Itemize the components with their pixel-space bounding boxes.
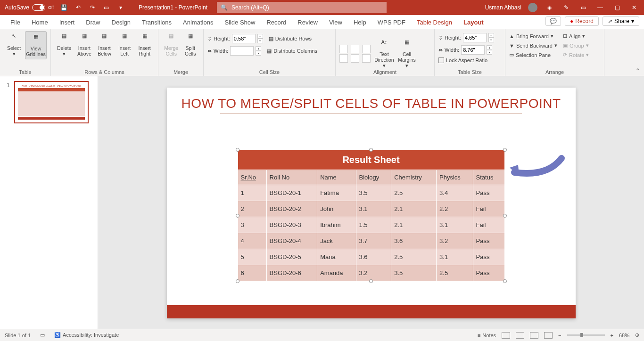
table-cell[interactable]: 3.2 bbox=[437, 233, 473, 249]
table-cell[interactable]: 3.4 bbox=[437, 185, 473, 201]
align-bottom-button[interactable] bbox=[362, 54, 371, 63]
minimize-icon[interactable]: — bbox=[595, 2, 605, 13]
table-header[interactable]: Status bbox=[473, 170, 504, 185]
cell-height-spinner[interactable]: ▴▾ bbox=[257, 34, 263, 43]
table-title[interactable]: Result Sheet bbox=[238, 150, 504, 170]
table-cell[interactable]: 3.7 bbox=[356, 233, 391, 249]
table-row[interactable]: 1BSGD-20-1Fatima3.52.53.4Pass bbox=[238, 185, 504, 201]
table-cell[interactable]: BSGD-20-1 bbox=[266, 185, 317, 201]
table-cell[interactable]: Maria bbox=[317, 249, 356, 265]
align-button[interactable]: ⊞Align▾ bbox=[563, 33, 589, 39]
table-cell[interactable]: 2.5 bbox=[437, 265, 473, 281]
table-cell[interactable]: BSGD-20-6 bbox=[266, 265, 317, 281]
user-name[interactable]: Usman Abbasi bbox=[485, 4, 521, 11]
table-height-input[interactable] bbox=[463, 33, 487, 42]
table-cell[interactable]: Pass bbox=[473, 265, 504, 281]
table-cell[interactable]: 2.2 bbox=[437, 201, 473, 217]
collapse-ribbon-icon[interactable]: ⌃ bbox=[636, 67, 640, 74]
table-height-spinner[interactable]: ▴▾ bbox=[488, 33, 494, 42]
zoom-slider[interactable] bbox=[567, 334, 605, 336]
zoom-out-button[interactable]: − bbox=[558, 333, 561, 338]
table-selection[interactable]: Result Sheet Sr.NoRoll NoNameBiologyChem… bbox=[238, 150, 505, 281]
normal-view-button[interactable] bbox=[502, 332, 510, 339]
table-cell[interactable]: 5 bbox=[238, 249, 266, 265]
result-table[interactable]: Result Sheet Sr.NoRoll NoNameBiologyChem… bbox=[238, 150, 505, 281]
align-right-button[interactable] bbox=[362, 45, 371, 53]
table-cell[interactable]: 6 bbox=[238, 265, 266, 281]
tab-animations[interactable]: Animations bbox=[177, 16, 219, 29]
table-cell[interactable]: 3.1 bbox=[356, 201, 391, 217]
slide-thumbnail-1[interactable]: 1 HOW TO MERGE/SPLIT CELLS OF TABLE IN P… bbox=[14, 81, 89, 123]
cell-margins-button[interactable]: ▦Cell Margins▾ bbox=[396, 37, 418, 70]
comments-icon[interactable]: 💬 bbox=[545, 16, 561, 26]
table-row[interactable]: 2BSGD-20-2John3.12.12.2Fail bbox=[238, 201, 504, 217]
table-cell[interactable]: 3 bbox=[238, 217, 266, 233]
reading-view-button[interactable] bbox=[530, 332, 538, 339]
insert-right-button[interactable]: ▦Insert Right bbox=[135, 31, 154, 58]
tab-draw[interactable]: Draw bbox=[80, 16, 106, 29]
insert-below-button[interactable]: ▦Insert Below bbox=[95, 31, 114, 58]
lock-aspect-checkbox[interactable] bbox=[438, 57, 444, 63]
wand-icon[interactable]: ✎ bbox=[561, 2, 571, 13]
table-cell[interactable]: Fail bbox=[473, 201, 504, 217]
table-cell[interactable]: 3.5 bbox=[356, 185, 391, 201]
zoom-level[interactable]: 68% bbox=[619, 333, 629, 338]
redo-icon[interactable]: ↷ bbox=[89, 4, 96, 11]
table-cell[interactable]: BSGD-20-2 bbox=[266, 201, 317, 217]
table-cell[interactable]: Pass bbox=[473, 185, 504, 201]
tab-file[interactable]: File bbox=[5, 16, 26, 29]
distribute-columns-button[interactable]: Distribute Columns bbox=[273, 48, 317, 54]
table-cell[interactable]: BSGD-20-4 bbox=[266, 233, 317, 249]
table-cell[interactable]: Pass bbox=[473, 249, 504, 265]
cell-width-spinner[interactable]: ▴▾ bbox=[256, 46, 261, 56]
zoom-in-button[interactable]: + bbox=[611, 333, 613, 338]
table-header[interactable]: Physics bbox=[437, 170, 473, 185]
tab-view[interactable]: View bbox=[323, 16, 348, 29]
table-width-input[interactable] bbox=[461, 45, 485, 55]
align-middle-button[interactable] bbox=[351, 54, 359, 63]
table-cell[interactable]: 3.6 bbox=[391, 233, 437, 249]
table-row[interactable]: 6BSGD-20-6Amanda3.23.52.5Pass bbox=[238, 265, 504, 281]
sorter-view-button[interactable] bbox=[516, 332, 524, 339]
table-cell[interactable]: John bbox=[317, 201, 356, 217]
table-cell[interactable]: Ibrahim bbox=[317, 217, 356, 233]
share-button[interactable]: ↗Share▾ bbox=[603, 16, 639, 26]
tab-insert[interactable]: Insert bbox=[54, 16, 81, 29]
split-cells-button[interactable]: ▦Split Cells bbox=[182, 31, 200, 58]
diamond-icon[interactable]: ◈ bbox=[544, 2, 554, 13]
table-header[interactable]: Sr.No bbox=[238, 170, 266, 185]
table-cell[interactable]: 3.5 bbox=[391, 265, 437, 281]
table-cell[interactable]: Amanda bbox=[317, 265, 356, 281]
tab-wpspdf[interactable]: WPS PDF bbox=[372, 16, 411, 29]
table-cell[interactable]: 1 bbox=[238, 185, 266, 201]
bring-forward-button[interactable]: ▲Bring Forward▾ bbox=[509, 33, 557, 39]
table-row[interactable]: 5BSGD-20-5Maria3.62.53.1Pass bbox=[238, 249, 504, 265]
selection-pane-button[interactable]: ▭Selection Pane bbox=[509, 52, 557, 58]
table-cell[interactable]: Fail bbox=[473, 217, 504, 233]
table-cell[interactable]: 2.1 bbox=[391, 217, 437, 233]
table-cell[interactable]: 2.5 bbox=[391, 185, 437, 201]
distribute-rows-button[interactable]: Distribute Rows bbox=[275, 36, 312, 41]
table-cell[interactable]: 2.1 bbox=[391, 201, 437, 217]
language-icon[interactable]: ▭ bbox=[40, 332, 45, 338]
table-cell[interactable]: Fatima bbox=[317, 185, 356, 201]
save-icon[interactable]: 💾 bbox=[60, 4, 68, 11]
align-left-button[interactable] bbox=[339, 45, 348, 53]
table-cell[interactable]: Jack bbox=[317, 233, 356, 249]
tab-home[interactable]: Home bbox=[26, 16, 54, 29]
table-cell[interactable]: 3.2 bbox=[356, 265, 391, 281]
notes-button[interactable]: ≡Notes bbox=[478, 333, 496, 338]
table-header[interactable]: Roll No bbox=[266, 170, 317, 185]
slideshow-view-button[interactable] bbox=[544, 332, 553, 339]
table-cell[interactable]: 3.1 bbox=[437, 217, 473, 233]
table-cell[interactable]: Pass bbox=[473, 233, 504, 249]
undo-icon[interactable]: ↶ bbox=[74, 4, 82, 11]
user-avatar[interactable] bbox=[528, 3, 537, 12]
record-button[interactable]: ●Record bbox=[565, 16, 599, 26]
customize-qat-icon[interactable]: ▾ bbox=[117, 4, 124, 11]
insert-left-button[interactable]: ▦Insert Left bbox=[115, 31, 134, 58]
align-center-button[interactable] bbox=[351, 45, 359, 53]
slide-canvas[interactable]: HOW TO MERGE/SPLIT CELLS OF TABLE IN POW… bbox=[98, 76, 644, 329]
tab-record[interactable]: Record bbox=[261, 16, 292, 29]
table-cell[interactable]: BSGD-20-5 bbox=[266, 249, 317, 265]
